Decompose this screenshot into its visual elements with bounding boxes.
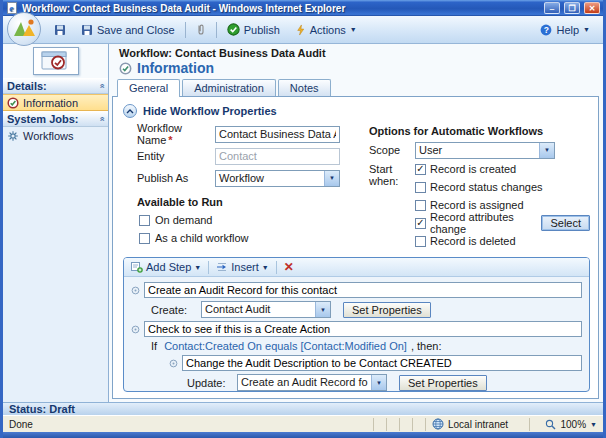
toolbar-separator	[216, 22, 217, 38]
start-when-option: Record attributes change Select	[415, 214, 590, 232]
publish-button[interactable]: Publish	[222, 20, 285, 39]
available-to-run-heading: Available to Run	[137, 196, 369, 208]
chevron-down-icon[interactable]: ▼	[324, 171, 339, 186]
chevron-down-icon: ▼	[194, 264, 201, 271]
on-demand-checkbox[interactable]	[139, 215, 150, 226]
select-attributes-button[interactable]: Select	[541, 215, 590, 231]
automatic-options-heading: Options for Automatic Workflows	[369, 125, 590, 137]
workflow-name-label: Workflow Name*	[137, 122, 215, 146]
minimize-button[interactable]: ‒	[544, 2, 560, 14]
tab-strip: General Administration Notes	[109, 78, 603, 96]
create-entity-select[interactable]: Contact Audit ▼	[201, 301, 331, 318]
record-title: Workflow: Contact Business Data Audit	[119, 47, 603, 59]
globe-icon	[432, 418, 444, 430]
collapse-circle-icon[interactable]	[123, 104, 137, 118]
help-icon: ?	[540, 24, 552, 36]
update-entity-select[interactable]: Create an Audit Record fo ▼	[237, 374, 387, 391]
chevron-down-icon[interactable]: ▼	[315, 302, 330, 317]
steps-list: Create: Contact Audit ▼ Set Properties	[124, 277, 589, 392]
step-row-create-audit	[131, 282, 582, 298]
collapse-section-icon[interactable]: »	[96, 83, 106, 88]
entity-input	[215, 148, 340, 165]
chevron-down-icon[interactable]: ▼	[371, 375, 386, 390]
set-properties-button[interactable]: Set Properties	[399, 375, 487, 391]
system-jobs-section-header[interactable]: System Jobs: »	[3, 111, 108, 127]
attach-button[interactable]	[191, 20, 211, 39]
workflow-properties-form: Workflow Name* Entity Publish As Workflo…	[121, 123, 590, 250]
tab-general[interactable]: General	[117, 79, 180, 97]
details-section-header[interactable]: Details: »	[3, 78, 108, 94]
publish-as-label: Publish As	[137, 172, 215, 184]
update-action-row: Update: Create an Audit Record fo ▼ Set …	[131, 374, 582, 391]
magnifier-icon	[545, 419, 556, 430]
actions-menu-button[interactable]: Actions ▼	[290, 21, 362, 39]
scope-label: Scope	[369, 144, 415, 156]
chevron-down-icon[interactable]: ▼	[539, 143, 554, 158]
child-workflow-checkbox[interactable]	[139, 233, 150, 244]
sidebar-item-workflows[interactable]: Workflows	[3, 127, 108, 144]
svg-text:e: e	[9, 3, 13, 13]
record-assigned-checkbox[interactable]	[415, 200, 426, 211]
record-attributes-change-checkbox[interactable]	[415, 218, 426, 229]
workflow-status-bar: Status: Draft	[3, 402, 603, 415]
chevron-down-icon[interactable]: ▼	[590, 421, 597, 428]
zoom-level: 100%	[560, 419, 586, 430]
save-button[interactable]	[49, 21, 71, 39]
delete-step-button[interactable]: ✕	[284, 261, 294, 273]
create-label: Create:	[151, 304, 197, 316]
update-label: Update:	[187, 377, 233, 389]
record-header: Workflow: Contact Business Data Audit In…	[109, 46, 603, 78]
toolbar-separator	[185, 22, 186, 38]
page-check-icon	[119, 62, 132, 75]
save-and-close-button[interactable]: Save and Close	[76, 21, 180, 39]
step-description-input[interactable]	[144, 282, 582, 298]
step-selector-icon[interactable]	[131, 286, 140, 295]
help-menu-button[interactable]: ? Help ▼	[535, 21, 595, 39]
add-step-icon	[131, 261, 143, 273]
hide-properties-toggle[interactable]: Hide Workflow Properties	[123, 104, 590, 118]
step-selector-icon[interactable]	[169, 359, 178, 368]
child-workflow-option: As a child workflow	[137, 229, 369, 247]
scope-select[interactable]: User ▼	[415, 142, 555, 159]
add-step-button[interactable]: Add Step ▼	[131, 261, 201, 273]
workflow-name-input[interactable]	[215, 126, 340, 143]
collapse-section-icon[interactable]: »	[96, 116, 106, 121]
step-description-input[interactable]	[182, 355, 582, 371]
security-zone: Local intranet	[425, 418, 529, 431]
tab-administration[interactable]: Administration	[182, 79, 276, 96]
chevron-down-icon: ▼	[262, 264, 269, 271]
svg-text:?: ?	[544, 25, 549, 35]
chevron-down-icon: ▼	[350, 26, 357, 33]
entity-label: Entity	[137, 150, 215, 162]
step-selector-icon[interactable]	[131, 325, 140, 334]
insert-icon	[216, 261, 228, 273]
window-title: Workflow: Contact Business Data Audit - …	[22, 3, 540, 14]
tab-notes[interactable]: Notes	[278, 79, 331, 96]
record-deleted-checkbox[interactable]	[415, 236, 426, 247]
workflow-step-editor: Add Step ▼ Insert ▼ ✕	[123, 257, 590, 392]
close-button[interactable]: ✕	[584, 2, 600, 14]
condition-link[interactable]: Contact:Created On equals [Contact:Modif…	[164, 340, 407, 352]
record-created-checkbox[interactable]	[415, 164, 426, 175]
step-row-created-description	[131, 355, 582, 371]
record-status-changes-checkbox[interactable]	[415, 182, 426, 193]
step-description-input[interactable]	[144, 321, 582, 337]
start-when-label: Start when:	[369, 160, 415, 250]
main-toolbar: Save and Close Publish Actions ▼ ? Help …	[3, 16, 603, 44]
save-icon	[54, 24, 66, 36]
required-marker: *	[168, 134, 172, 146]
maximize-button[interactable]: ❐	[564, 2, 580, 14]
workflow-entity-icon	[33, 47, 79, 75]
paperclip-icon	[196, 23, 206, 36]
publish-icon	[227, 23, 240, 36]
zoom-control[interactable]: 100% ▼	[529, 418, 603, 431]
main-content: Workflow: Contact Business Data Audit In…	[109, 44, 603, 402]
workflows-gear-icon	[7, 130, 19, 142]
browser-status-bar: Done Local intranet 100% ▼	[3, 415, 603, 432]
set-properties-button[interactable]: Set Properties	[343, 302, 431, 318]
step-row-check-create	[131, 321, 582, 337]
status-text: Done	[3, 419, 373, 430]
publish-as-select[interactable]: Workflow ▼	[215, 170, 340, 187]
insert-button[interactable]: Insert ▼	[216, 261, 268, 273]
sidebar-item-information[interactable]: Information	[3, 94, 108, 111]
